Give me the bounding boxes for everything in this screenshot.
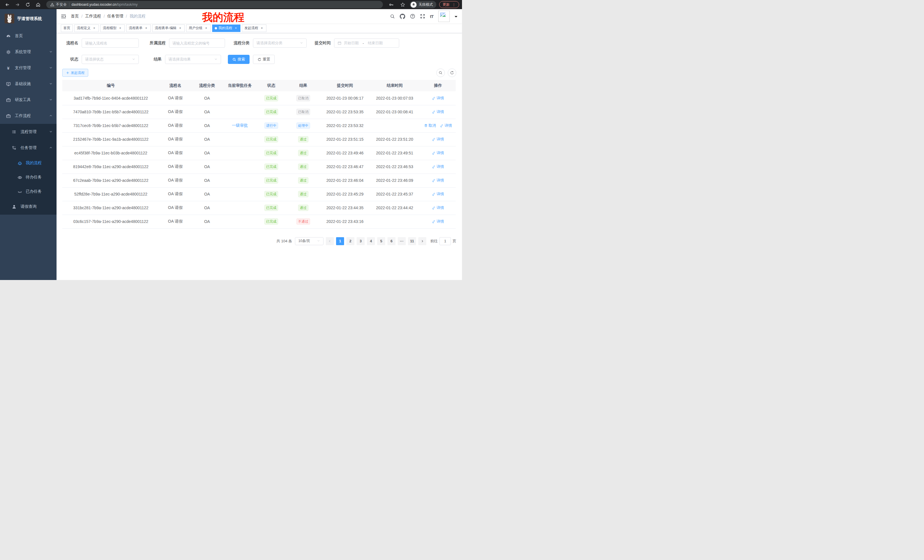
view-tab[interactable]: 发起流程 ×	[242, 24, 266, 32]
page-number-button[interactable]: 4	[367, 237, 375, 245]
search-button[interactable]: 搜索	[228, 55, 249, 64]
page-number-button[interactable]: 11	[408, 237, 416, 245]
process-category-select[interactable]: 请选择流程分类	[253, 39, 307, 48]
sidebar-collapse-icon[interactable]	[61, 14, 66, 19]
submit-time-range-picker[interactable]: 开始日期 - 结束日期	[334, 39, 399, 48]
page-size-select[interactable]: 10条/页	[295, 237, 324, 245]
browser-menu-icon[interactable]: ⋮	[452, 3, 456, 7]
toggle-search-button[interactable]	[436, 69, 445, 77]
view-tab[interactable]: 我的流程 ×	[212, 24, 240, 32]
page-number-button[interactable]: 3	[357, 237, 364, 245]
result-badge: 通过	[298, 163, 308, 170]
reset-button[interactable]: 重置	[253, 55, 274, 64]
font-size-icon[interactable]: tT	[430, 14, 434, 19]
sidebar-item-system[interactable]: 系统管理	[0, 44, 57, 60]
detail-button[interactable]: 详情	[432, 164, 444, 169]
goto-page-input[interactable]	[440, 237, 451, 245]
detail-button[interactable]: 详情	[432, 205, 444, 210]
detail-button[interactable]: 详情	[432, 192, 444, 197]
avatar[interactable]	[438, 10, 450, 22]
detail-button[interactable]: 详情	[432, 150, 444, 156]
sidebar-item-done-tasks[interactable]: 已办任务	[0, 184, 57, 199]
next-page-button[interactable]	[418, 237, 426, 245]
browser-home-button[interactable]	[34, 1, 42, 8]
security-label: 不安全	[56, 2, 67, 7]
view-tab[interactable]: 首页	[61, 24, 73, 32]
sidebar-item-infrastructure[interactable]: 基础设施	[0, 76, 57, 92]
sidebar-logo[interactable]: 芋道管理系统	[0, 9, 57, 28]
view-tab[interactable]: 用户分组 ×	[186, 24, 211, 32]
prev-page-button[interactable]	[326, 237, 334, 245]
sidebar-item-leave-query[interactable]: 请假查询	[0, 199, 57, 215]
password-key-icon[interactable]	[387, 1, 396, 8]
status-select[interactable]: 请选择状态	[82, 55, 139, 64]
breadcrumb-workflow[interactable]: 工作流程	[85, 14, 101, 19]
cell-current-task[interactable]	[223, 215, 257, 228]
search-icon	[232, 58, 236, 61]
view-tab[interactable]: 流程定义 ×	[74, 24, 99, 32]
pagination: 共 104 条 10条/页 1 2 3	[62, 237, 456, 245]
sidebar-item-devtools[interactable]: 研发工具	[0, 92, 57, 108]
detail-button[interactable]: 详情	[432, 178, 444, 183]
page-number-button[interactable]: 1	[336, 237, 344, 245]
bookmark-star-icon[interactable]	[398, 1, 407, 8]
close-icon[interactable]: ×	[260, 26, 264, 30]
cell-current-task[interactable]	[223, 132, 257, 146]
cell-current-task[interactable]	[223, 91, 257, 105]
sidebar-item-todo-tasks[interactable]: 待办任务	[0, 170, 57, 184]
browser-update-button[interactable]: 更新 ⋮	[439, 1, 459, 8]
process-name-input[interactable]	[82, 39, 139, 48]
detail-button[interactable]: 详情	[432, 137, 444, 142]
detail-button[interactable]: 详情	[432, 109, 444, 114]
cell-current-task[interactable]	[223, 187, 257, 201]
browser-back-button[interactable]	[3, 1, 11, 8]
cell-current-task[interactable]	[223, 201, 257, 215]
address-bar[interactable]: 不安全 dashboard.yudao.iocoder.cn/bpm/task/…	[46, 1, 383, 8]
cell-current-task[interactable]: 一级审批	[223, 119, 257, 132]
close-icon[interactable]: ×	[92, 26, 96, 30]
breadcrumb-task-management[interactable]: 任务管理	[107, 14, 123, 19]
github-icon[interactable]	[400, 14, 405, 19]
close-icon[interactable]: ×	[204, 26, 208, 30]
browser-reload-button[interactable]	[23, 1, 32, 8]
col-id: 编号	[62, 80, 159, 91]
view-tab[interactable]: 流程模型 ×	[100, 24, 125, 32]
page-number-button[interactable]: ···	[398, 237, 406, 245]
page-number-button[interactable]: 6	[387, 237, 396, 245]
cell-id: 7317cec6-7b9b-11ec-b5b7-acde48001122	[62, 119, 159, 132]
close-icon[interactable]: ×	[144, 26, 148, 30]
close-icon[interactable]: ×	[118, 26, 122, 30]
sidebar-item-my-process[interactable]: 我的流程	[0, 156, 57, 170]
help-icon[interactable]	[410, 14, 415, 19]
detail-button[interactable]: 详情	[432, 96, 444, 101]
detail-button[interactable]: 详情	[432, 219, 444, 224]
sidebar-item-payment[interactable]: ¥ 支付管理	[0, 60, 57, 76]
close-icon[interactable]: ×	[234, 26, 238, 30]
close-icon[interactable]: ×	[178, 26, 182, 30]
sidebar-item-home[interactable]: 首页	[0, 28, 57, 44]
fullscreen-icon[interactable]	[420, 14, 425, 19]
sidebar-item-process-management[interactable]: 流程管理	[0, 124, 57, 140]
cell-end-time: 2022-01-22 23:49:51	[369, 146, 420, 160]
sidebar-item-task-management[interactable]: 任务管理	[0, 140, 57, 156]
view-tab[interactable]: 流程表单 ×	[126, 24, 151, 32]
cell-current-task[interactable]	[223, 146, 257, 160]
page-number-button[interactable]: 5	[377, 237, 385, 245]
create-process-button[interactable]: 发起流程	[62, 69, 88, 77]
sidebar-item-workflow[interactable]: 工作流程	[0, 108, 57, 124]
avatar-dropdown-caret[interactable]	[454, 16, 458, 19]
view-tab[interactable]: 流程表单-编辑 ×	[152, 24, 185, 32]
page-number-button[interactable]: 2	[346, 237, 354, 245]
process-definition-input[interactable]	[169, 39, 225, 48]
cell-current-task[interactable]	[223, 105, 257, 119]
breadcrumb-home[interactable]: 首页	[71, 14, 79, 19]
cell-current-task[interactable]	[223, 174, 257, 187]
refresh-table-button[interactable]	[448, 69, 456, 77]
cell-current-task[interactable]	[223, 160, 257, 174]
table-row: 7470a810-7b9b-11ec-b5b7-acde48001122 OA …	[62, 105, 456, 119]
cancel-button[interactable]: 取消	[424, 123, 436, 128]
browser-forward-button[interactable]	[13, 1, 22, 8]
header-search-icon[interactable]	[390, 14, 395, 19]
result-select[interactable]: 请选择流结果	[165, 55, 221, 64]
detail-button[interactable]: 详情	[440, 123, 452, 128]
